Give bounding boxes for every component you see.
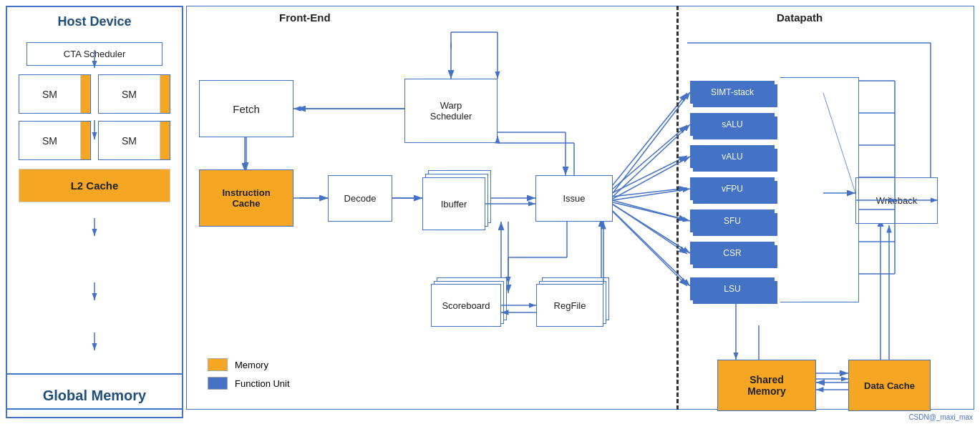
legend-memory-color xyxy=(208,358,228,371)
warp-scheduler-label: Warp Scheduler xyxy=(430,100,472,122)
legend-function-unit-label: Function Unit xyxy=(235,378,290,389)
warp-scheduler-box: Warp Scheduler xyxy=(404,79,498,143)
legend-function-unit-color xyxy=(208,377,228,390)
datapath-section-label: Datapath xyxy=(777,11,823,24)
watermark: CSDN@_maxi_max xyxy=(908,413,973,421)
valu-box: vALU xyxy=(690,145,775,168)
ibuffer-box: Ibuffer xyxy=(422,177,485,230)
section-divider xyxy=(676,6,679,410)
legend-function-unit: Function Unit xyxy=(208,377,290,390)
datapath-right-bracket xyxy=(780,77,859,302)
csr-box: CSR xyxy=(690,242,775,265)
simt-stack-box: SIMT-stack xyxy=(690,81,775,104)
legend: Memory Function Unit xyxy=(208,358,290,395)
instruction-cache-box: Instruction Cache xyxy=(199,169,293,227)
writeback-box: Writeback xyxy=(855,177,938,224)
sm-cell-2: SM xyxy=(98,74,170,114)
diagram-container: Host Device CTA Scheduler SM SM SM SM L2… xyxy=(0,0,980,424)
shared-memory-box: Shared Memory xyxy=(717,360,816,411)
fetch-box: Fetch xyxy=(199,80,293,137)
issue-box: Issue xyxy=(535,175,613,222)
legend-memory-label: Memory xyxy=(235,360,268,370)
salu-box: sALU xyxy=(690,113,775,136)
host-device-panel: Host Device CTA Scheduler SM SM SM SM L2… xyxy=(6,6,183,410)
regfile-box: RegFile xyxy=(536,284,603,327)
sm-cell-4: SM xyxy=(98,121,170,160)
l2-cache-box: L2 Cache xyxy=(19,169,170,202)
global-memory-box: Global Memory xyxy=(6,373,183,418)
vfpu-box: vFPU xyxy=(690,177,775,200)
scoreboard-box: Scoreboard xyxy=(431,284,501,327)
frontend-section-label: Front-End xyxy=(279,11,331,24)
data-cache-box: Data Cache xyxy=(848,360,931,411)
legend-memory: Memory xyxy=(208,358,290,371)
lsu-box: LSU xyxy=(690,277,775,300)
cta-scheduler-box: CTA Scheduler xyxy=(26,42,162,66)
host-device-title: Host Device xyxy=(7,7,182,34)
sfu-box: SFU xyxy=(690,209,775,232)
sm-cell-1: SM xyxy=(19,74,91,114)
sm-grid: SM SM SM SM xyxy=(19,74,170,160)
sm-cell-3: SM xyxy=(19,121,91,160)
decode-box: Decode xyxy=(328,175,392,222)
global-memory-title: Global Memory xyxy=(7,388,182,404)
